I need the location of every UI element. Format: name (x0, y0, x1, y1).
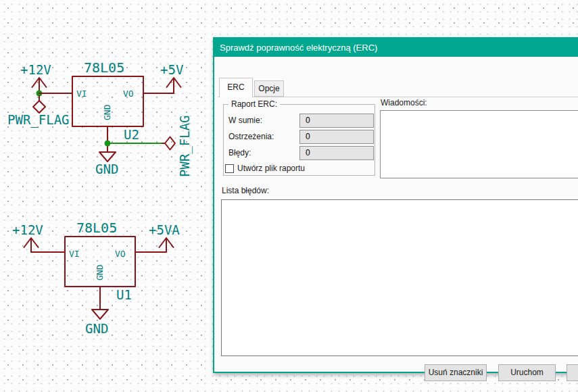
tab-strip: ERC Opcje (218, 78, 578, 97)
u2-value[interactable]: 78L05 (84, 59, 124, 76)
dialog-body: ERC Opcje Raport ERC: W sumie: 0 Ostrzeż… (214, 57, 578, 372)
u2-pin-vi[interactable]: VI (76, 89, 87, 99)
errors-label: Błędy: (228, 146, 251, 160)
pwr-flag-label[interactable]: PWR_FLAG (7, 112, 70, 128)
error-list-box[interactable] (221, 199, 578, 356)
power-label-5v[interactable]: +5V (160, 62, 183, 77)
dialog-titlebar[interactable]: Sprawdź poprawność elektryczną (ERC) (214, 39, 578, 57)
wire-vo[interactable] (135, 239, 166, 252)
messages-label: Wiadomości: (381, 98, 427, 107)
tab-erc[interactable]: ERC (219, 78, 253, 97)
gnd-symbol-icon[interactable] (92, 310, 108, 319)
u2-pin-vo[interactable]: VO (123, 89, 134, 99)
tab-opcje[interactable]: Opcje (254, 80, 284, 97)
gnd-label[interactable]: GND (85, 321, 108, 336)
power-label-5va[interactable]: +5VA (149, 222, 180, 237)
errors-field: 0 (299, 146, 374, 160)
cut-off-button[interactable] (567, 364, 578, 381)
erc-dialog: Sprawdź poprawność elektryczną (ERC) ERC… (213, 37, 578, 373)
gnd-label[interactable]: GND (95, 162, 118, 176)
kicad-eeschema-canvas[interactable]: +12V PWR_FLAG 78L05 VI VO GND U2 +5V (0, 0, 578, 392)
run-button[interactable]: Uruchom (498, 364, 556, 381)
total-field: 0 (299, 114, 374, 128)
erc-report-group-title: Raport ERC: (228, 99, 280, 109)
pwr-flag-label-vertical[interactable]: PWR_FLAG (177, 115, 193, 177)
u2-pin-gnd[interactable]: GND (102, 104, 112, 120)
power-label-12v[interactable]: +12V (20, 62, 51, 77)
u1-pin-vo[interactable]: VO (115, 249, 126, 259)
regulator-circuit-u1[interactable]: +12V 78L05 VI VO GND U1 +5VA GND (12, 220, 180, 336)
dialog-title: Sprawdź poprawność elektryczną (ERC) (220, 43, 377, 53)
u1-reference[interactable]: U1 (116, 287, 132, 302)
u1-pin-vi[interactable]: VI (69, 249, 80, 259)
u1-value[interactable]: 78L05 (76, 220, 117, 236)
warnings-label: Ostrzeżenia: (228, 130, 274, 144)
total-label: W sumie: (228, 114, 262, 128)
delete-markers-button[interactable]: Usuń znaczniki (425, 364, 487, 381)
power-label-12v[interactable]: +12V (12, 222, 43, 237)
pwr-flag-icon[interactable] (165, 137, 175, 150)
warnings-field: 0 (299, 130, 374, 144)
create-report-checkbox[interactable] (225, 164, 234, 173)
gnd-symbol-icon[interactable] (99, 152, 116, 162)
error-list-label: Lista błędów: (222, 186, 269, 195)
create-report-checkbox-label[interactable]: Utwórz plik raportu (237, 164, 305, 173)
regulator-circuit-u2[interactable]: +12V PWR_FLAG 78L05 VI VO GND U2 +5V (7, 59, 193, 177)
messages-box[interactable] (380, 110, 578, 178)
u1-pin-gnd[interactable]: GND (95, 264, 105, 280)
u2-reference[interactable]: U2 (124, 127, 139, 142)
pwr-flag-icon[interactable] (33, 101, 45, 113)
tab-strip-rule (218, 97, 578, 97)
